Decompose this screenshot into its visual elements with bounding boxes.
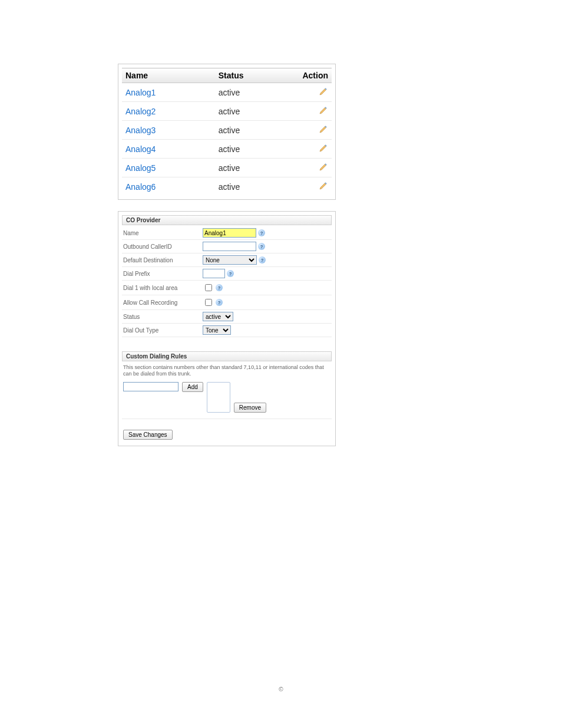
provider-name-link[interactable]: Analog4 (122, 140, 215, 159)
add-button[interactable]: Add (182, 382, 203, 392)
providers-panel: Name Status Action Analog1 active Analog… (118, 64, 336, 200)
dial1-checkbox[interactable] (205, 284, 212, 291)
status-select[interactable]: active (203, 312, 233, 321)
edit-icon[interactable] (319, 162, 328, 172)
row-dial1: Dial 1 with local area ? (122, 281, 332, 295)
label-default-dest: Default Destination (122, 257, 203, 263)
edit-icon[interactable] (319, 87, 328, 96)
row-default-dest: Default Destination None ? (122, 253, 332, 267)
table-row: Analog3 active (122, 121, 332, 140)
table-row: Analog1 active (122, 83, 332, 102)
edit-icon[interactable] (319, 181, 328, 190)
row-name: Name ? (122, 226, 332, 240)
provider-status: active (215, 83, 295, 102)
co-provider-panel: CO Provider Name ? Outbound CallerID ? D… (118, 211, 336, 446)
dialing-rules-desc: This section contains numbers other than… (122, 363, 332, 381)
default-dest-select[interactable]: None (203, 255, 257, 265)
dialing-rules-header: Custom Dialing Rules (122, 351, 332, 361)
row-dialout: Dial Out Type Tone (122, 324, 332, 337)
edit-icon[interactable] (319, 143, 328, 153)
col-status: Status (215, 68, 295, 83)
label-dial1: Dial 1 with local area (122, 285, 203, 291)
dialing-rule-input[interactable] (123, 382, 178, 391)
help-icon[interactable]: ? (227, 270, 234, 277)
table-header-row: Name Status Action (122, 68, 332, 83)
provider-name-link[interactable]: Analog5 (122, 159, 215, 177)
dialing-rules-section: Custom Dialing Rules This section contai… (122, 351, 332, 419)
provider-status: active (215, 121, 295, 140)
provider-name-link[interactable]: Analog3 (122, 121, 215, 140)
provider-name-link[interactable]: Analog2 (122, 102, 215, 121)
edit-icon[interactable] (319, 124, 328, 134)
provider-name-link[interactable]: Analog1 (122, 83, 215, 102)
label-allow-recording: Allow Call Recording (122, 299, 203, 306)
dialing-rules-controls: Add Remove (122, 381, 332, 419)
row-dial-prefix: Dial Prefix ? (122, 267, 332, 281)
label-name: Name (122, 230, 203, 236)
row-status: Status active (122, 310, 332, 324)
help-icon[interactable]: ? (216, 284, 223, 291)
provider-status: active (215, 177, 295, 196)
dialout-select[interactable]: Tone (203, 325, 231, 335)
edit-icon[interactable] (319, 106, 328, 115)
dial-prefix-input[interactable] (203, 269, 225, 278)
table-row: Analog5 active (122, 159, 332, 177)
row-outbound: Outbound CallerID ? (122, 240, 332, 253)
col-action: Action (295, 68, 332, 83)
label-dial-prefix: Dial Prefix (122, 271, 203, 277)
label-outbound: Outbound CallerID (122, 243, 203, 250)
provider-status: active (215, 140, 295, 159)
label-status: Status (122, 314, 203, 320)
allow-recording-checkbox[interactable] (205, 299, 212, 306)
dialing-rules-list[interactable] (207, 382, 230, 413)
outbound-input[interactable] (203, 242, 256, 251)
help-icon[interactable]: ? (258, 229, 265, 236)
help-icon[interactable]: ? (258, 243, 265, 250)
col-name: Name (122, 68, 215, 83)
providers-table: Name Status Action Analog1 active Analog… (122, 68, 332, 196)
provider-name-link[interactable]: Analog6 (122, 177, 215, 196)
name-input[interactable] (203, 228, 256, 238)
save-changes-button[interactable]: Save Changes (123, 430, 173, 440)
provider-status: active (215, 102, 295, 121)
table-row: Analog2 active (122, 102, 332, 121)
provider-status: active (215, 159, 295, 177)
label-dialout: Dial Out Type (122, 327, 203, 334)
footer-copyright: © (0, 686, 562, 693)
table-row: Analog4 active (122, 140, 332, 159)
remove-button[interactable]: Remove (234, 403, 266, 413)
help-icon[interactable]: ? (216, 299, 223, 306)
co-provider-header: CO Provider (122, 215, 332, 225)
table-row: Analog6 active (122, 177, 332, 196)
help-icon[interactable]: ? (259, 256, 266, 263)
row-allow-recording: Allow Call Recording ? (122, 295, 332, 310)
